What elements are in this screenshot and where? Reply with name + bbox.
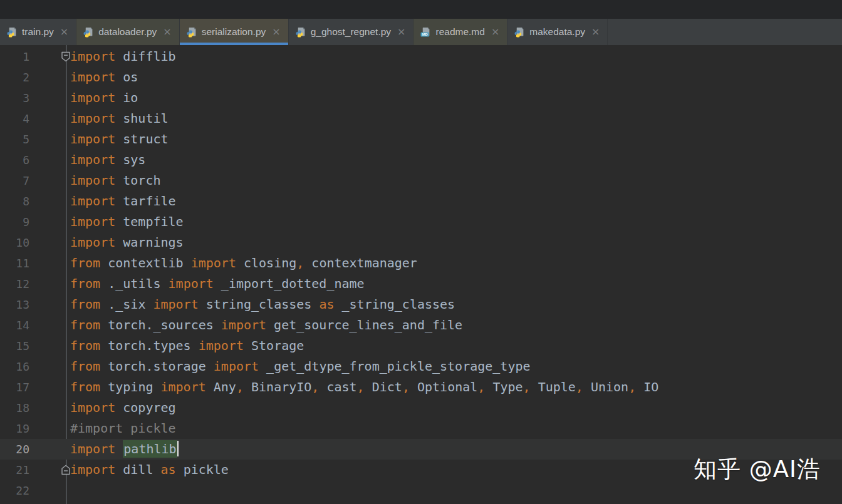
line-number[interactable]: 4 (0, 108, 29, 129)
line-number[interactable]: 12 (0, 274, 29, 294)
line-number[interactable]: 18 (0, 398, 29, 418)
line-number[interactable]: 22 (0, 480, 29, 501)
code-token: from (70, 317, 100, 332)
code-token: typing (100, 379, 160, 394)
line-number[interactable]: 13 (0, 294, 29, 315)
code-token: import (153, 297, 198, 312)
code-token: , (236, 379, 244, 394)
line-number[interactable]: 7 (0, 170, 29, 191)
tab-dataloader.py[interactable]: dataloader.py× (76, 19, 179, 45)
python-file-icon (6, 27, 18, 38)
tab-makedata.py[interactable]: makedata.py× (507, 19, 608, 45)
code-line[interactable]: 7import torch (0, 170, 842, 191)
code-token: pathlib (123, 440, 177, 458)
line-number[interactable]: 16 (0, 356, 29, 377)
code-token: from (70, 359, 100, 374)
tab-label: g_ghost_regnet.py (311, 26, 391, 38)
code-token: , (357, 379, 365, 394)
line-number[interactable]: 15 (0, 336, 29, 356)
code-line[interactable]: 11from contextlib import closing, contex… (0, 253, 842, 274)
line-number[interactable]: 17 (0, 377, 29, 398)
code-editor[interactable]: 1 import difflib2import os3import io4imp… (0, 45, 842, 504)
code-token: Optional (410, 379, 477, 394)
close-icon[interactable]: × (272, 27, 280, 37)
python-file-icon (186, 27, 197, 38)
code-token: import (70, 400, 115, 415)
fold-marker-collapse-start-icon[interactable] (60, 51, 71, 63)
code-token: IO (636, 379, 658, 394)
code-line[interactable]: 16from torch.storage import _get_dtype_f… (0, 356, 842, 377)
code-line[interactable]: 15from torch.types import Storage (0, 336, 842, 356)
line-number[interactable]: 11 (0, 253, 29, 274)
watermark: 知乎 @AI浩 (694, 454, 821, 485)
code-token: as (161, 462, 176, 477)
line-number[interactable]: 20 (0, 439, 29, 460)
code-token: closing (236, 255, 296, 270)
code-line[interactable]: 4import shutil (0, 108, 842, 129)
code-token: torch.storage (100, 359, 214, 374)
close-icon[interactable]: × (60, 27, 68, 37)
code-token: io (115, 90, 138, 105)
code-line[interactable]: 13from ._six import string_classes as _s… (0, 294, 842, 315)
fold-marker-collapse-end-icon[interactable] (60, 464, 71, 476)
line-number[interactable]: 21 (0, 460, 29, 480)
tab-label: train.py (22, 26, 54, 38)
line-number[interactable]: 6 (0, 150, 29, 170)
close-icon[interactable]: × (397, 27, 405, 37)
tab-readme.md[interactable]: MDreadme.md× (413, 19, 507, 45)
close-icon[interactable]: × (491, 27, 499, 37)
code-token: torch._sources (100, 317, 221, 332)
code-token: , (628, 379, 636, 394)
close-icon[interactable]: × (163, 27, 171, 37)
close-icon[interactable]: × (591, 27, 600, 37)
code-token: , (311, 379, 319, 394)
code-token: sys (115, 152, 145, 167)
tab-train.py[interactable]: train.py× (0, 19, 76, 45)
line-number[interactable]: 8 (0, 191, 29, 212)
code-token: from (70, 379, 100, 394)
code-line[interactable]: 19#import pickle (0, 418, 842, 439)
code-token: import (161, 379, 206, 394)
line-number[interactable]: 19 (0, 418, 29, 439)
code-token: import (214, 359, 259, 374)
python-file-icon (83, 27, 94, 38)
code-line[interactable]: 5import struct (0, 129, 842, 150)
code-token: import (70, 235, 115, 250)
code-line[interactable]: 18import copyreg (0, 398, 842, 418)
code-line[interactable]: 12from ._utils import _import_dotted_nam… (0, 274, 842, 294)
code-lines: 1 import difflib2import os3import io4imp… (0, 46, 842, 501)
code-token: warnings (115, 235, 183, 250)
line-number[interactable]: 3 (0, 88, 29, 108)
code-token: Storage (244, 338, 304, 353)
code-line[interactable]: 8import tarfile (0, 191, 842, 212)
code-line[interactable]: 9import tempfile (0, 212, 842, 232)
code-token: Any (206, 379, 236, 394)
code-token: import (70, 462, 115, 477)
tab-serialization.py[interactable]: serialization.py× (180, 19, 289, 45)
text-caret (177, 441, 179, 456)
code-token: _get_dtype_from_pickle_storage_type (259, 359, 530, 374)
code-line[interactable]: 17from typing import Any, BinaryIO, cast… (0, 377, 842, 398)
code-token: from (70, 276, 100, 291)
line-number[interactable]: 14 (0, 315, 29, 336)
code-line[interactable]: 6import sys (0, 150, 842, 170)
line-number[interactable]: 9 (0, 212, 29, 232)
line-number[interactable]: 10 (0, 232, 29, 253)
tab-g_ghost_regnet.py[interactable]: g_ghost_regnet.py× (289, 19, 414, 45)
code-token: tempfile (115, 214, 183, 229)
code-token: from (70, 255, 100, 270)
ide-window: train.py×dataloader.py×serialization.py×… (0, 0, 842, 504)
tab-label: serialization.py (202, 26, 266, 38)
code-token: import (70, 90, 115, 105)
code-token: from (70, 338, 100, 353)
code-line[interactable]: 3import io (0, 88, 842, 108)
line-number[interactable]: 2 (0, 67, 29, 88)
line-number[interactable]: 1 (0, 46, 29, 67)
code-line[interactable]: 1 import difflib (0, 46, 842, 67)
code-line[interactable]: 2import os (0, 67, 842, 88)
code-line[interactable]: 10import warnings (0, 232, 842, 253)
code-token: import (70, 69, 115, 85)
editor-tab-bar: train.py×dataloader.py×serialization.py×… (0, 19, 842, 45)
line-number[interactable]: 5 (0, 129, 29, 150)
code-line[interactable]: 14from torch._sources import get_source_… (0, 315, 842, 336)
